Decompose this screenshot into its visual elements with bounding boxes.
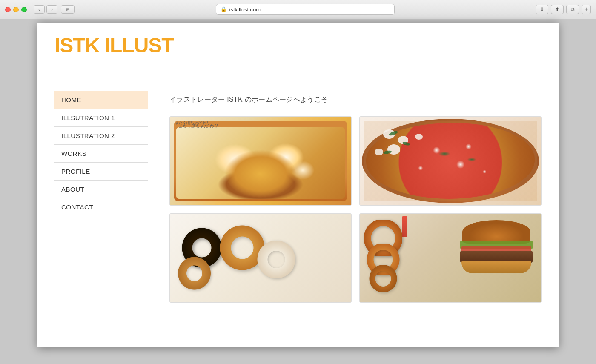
new-window-button[interactable]: ⧉ bbox=[566, 5, 579, 14]
browser-titlebar: ‹ › ⊞ 🔒 istkillust.com ⬇ ⬆ ⧉ + bbox=[0, 0, 596, 19]
site-title: ISTK ILLUST bbox=[54, 34, 542, 57]
back-button[interactable]: ‹ bbox=[34, 5, 45, 14]
secure-icon: 🔒 bbox=[221, 6, 227, 12]
traffic-lights bbox=[5, 7, 27, 12]
nav-menu: HOME ILLSUTRATION 1 ILLUSTRATION 2 WORKS… bbox=[54, 91, 148, 216]
download-button[interactable]: ⬇ bbox=[536, 5, 548, 14]
forward-button[interactable]: › bbox=[46, 5, 57, 14]
page-layout: HOME ILLSUTRATION 1 ILLUSTRATION 2 WORKS… bbox=[37, 78, 559, 347]
share-button[interactable]: ⬆ bbox=[551, 5, 564, 14]
address-bar-area: 🔒 istkillust.com bbox=[78, 4, 532, 15]
nav-item-works[interactable]: WORKS bbox=[54, 145, 148, 163]
gallery-image-pancake[interactable]: またくぼちゃだ わり bbox=[169, 116, 352, 206]
close-button[interactable] bbox=[5, 7, 11, 12]
browser-actions: ⬇ ⬆ ⧉ + bbox=[536, 5, 591, 14]
gallery-image-burger[interactable] bbox=[359, 213, 542, 303]
nav-item-illustration1[interactable]: ILLSUTRATION 1 bbox=[54, 109, 148, 127]
welcome-text: イラストレーター ISTK のホームページへようこそ bbox=[169, 95, 542, 104]
gallery-image-donuts[interactable] bbox=[169, 213, 352, 303]
nav-item-profile[interactable]: PROFILE bbox=[54, 163, 148, 181]
image-gallery: またくぼちゃだ わり bbox=[169, 116, 542, 303]
sidebar-toggle-button[interactable]: ⊞ bbox=[61, 5, 74, 14]
nav-item-about[interactable]: ABOUT bbox=[54, 181, 148, 198]
gallery-image-pizza[interactable] bbox=[359, 116, 542, 206]
nav-item-contact[interactable]: CONTACT bbox=[54, 198, 148, 216]
new-tab-button[interactable]: + bbox=[582, 5, 591, 14]
nav-buttons: ‹ › ⊞ bbox=[34, 5, 74, 14]
maximize-button[interactable] bbox=[21, 7, 27, 12]
nav-item-home[interactable]: HOME bbox=[54, 91, 148, 109]
minimize-button[interactable] bbox=[13, 7, 19, 12]
website-window: ISTK ILLUST HOME ILLSUTRATION 1 ILLUSTRA… bbox=[37, 23, 559, 347]
url-display: istkillust.com bbox=[229, 6, 261, 13]
main-content: イラストレーター ISTK のホームページへようこそ またくぼちゃだ わり bbox=[157, 78, 559, 347]
site-header: ISTK ILLUST bbox=[37, 23, 559, 78]
address-bar[interactable]: 🔒 istkillust.com bbox=[216, 4, 395, 15]
sidebar: HOME ILLSUTRATION 1 ILLUSTRATION 2 WORKS… bbox=[37, 78, 157, 347]
nav-item-illustration2[interactable]: ILLUSTRATION 2 bbox=[54, 127, 148, 145]
browser-chrome: ‹ › ⊞ 🔒 istkillust.com ⬇ ⬆ ⧉ + bbox=[0, 0, 596, 19]
